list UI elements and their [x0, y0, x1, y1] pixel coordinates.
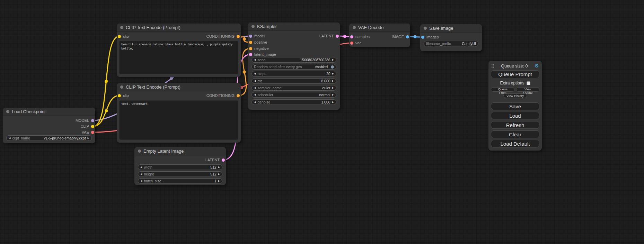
- input-slot-clip[interactable]: clip: [118, 34, 129, 39]
- widget-batch-size[interactable]: ◀ batch_size 1 ▶: [138, 178, 222, 184]
- drag-handle-icon[interactable]: [491, 64, 494, 68]
- increment-arrow-icon[interactable]: ▶: [88, 137, 89, 139]
- decrement-arrow-icon[interactable]: ◀: [254, 59, 256, 61]
- port-conditioning-icon[interactable]: [237, 94, 240, 97]
- decrement-arrow-icon[interactable]: ◀: [9, 137, 10, 139]
- port-model-icon[interactable]: [91, 119, 94, 122]
- collapse-dot-icon[interactable]: [424, 27, 427, 30]
- view-queue-button[interactable]: View Queue: [516, 87, 539, 92]
- port-latent-icon[interactable]: [249, 53, 252, 56]
- widget-width[interactable]: ◀ width 512 ▶: [138, 164, 222, 170]
- decrement-arrow-icon[interactable]: ◀: [254, 87, 256, 89]
- increment-arrow-icon[interactable]: ▶: [332, 80, 334, 82]
- input-slot-latent-image[interactable]: latent_image: [249, 52, 276, 57]
- port-latent-icon[interactable]: [336, 35, 339, 38]
- decrement-arrow-icon[interactable]: ◀: [254, 94, 256, 96]
- widget-cfg[interactable]: ◀ cfg 8.000 ▶: [252, 78, 336, 84]
- input-slot-samples[interactable]: samples: [350, 34, 370, 39]
- save-button[interactable]: Save: [491, 102, 539, 110]
- collapse-dot-icon[interactable]: [120, 26, 123, 29]
- port-latent-icon[interactable]: [350, 35, 353, 38]
- settings-gear-icon[interactable]: ⚙: [535, 63, 539, 69]
- widget-sampler-name[interactable]: ◀ sampler_name euler ▶: [252, 85, 336, 91]
- node-empty-latent-image[interactable]: Empty Latent Image LATENT ◀ width 512 ▶ …: [134, 147, 226, 185]
- load-button[interactable]: Load: [491, 112, 539, 119]
- output-slot-conditioning[interactable]: CONDITIONING: [206, 34, 240, 39]
- increment-arrow-icon[interactable]: ▶: [332, 87, 334, 89]
- collapse-dot-icon[interactable]: [120, 85, 123, 89]
- node-title-bar[interactable]: CLIP Text Encode (Prompt): [117, 83, 241, 91]
- widget-denoise[interactable]: ◀ denoise 1.000 ▶: [252, 99, 336, 105]
- node-title-bar[interactable]: VAE Decode: [349, 24, 410, 32]
- port-clip-icon[interactable]: [118, 94, 121, 97]
- queue-front-button[interactable]: Queue Front: [491, 87, 514, 92]
- collapse-dot-icon[interactable]: [6, 110, 9, 113]
- node-graph-canvas[interactable]: Load Checkpoint MODEL CLIP VAE ◀ ckpt_na…: [0, 0, 644, 244]
- widget-steps[interactable]: ◀ steps 20 ▶: [252, 71, 336, 76]
- widget-ckpt-name[interactable]: ◀ ckpt_name v1-5-pruned-emaonly.ckpt ▶: [6, 135, 92, 141]
- decrement-arrow-icon[interactable]: ◀: [140, 173, 142, 175]
- node-title-bar[interactable]: Empty Latent Image: [134, 147, 226, 155]
- port-clip-icon[interactable]: [118, 35, 121, 38]
- widget-seed[interactable]: ◀ seed 156680208700286 ▶: [252, 57, 336, 63]
- port-conditioning-icon[interactable]: [249, 47, 252, 50]
- increment-arrow-icon[interactable]: ▶: [332, 59, 334, 61]
- node-title-bar[interactable]: KSampler: [248, 22, 340, 31]
- output-slot-image[interactable]: IMAGE: [392, 34, 409, 39]
- output-slot-latent[interactable]: LATENT: [205, 157, 225, 163]
- clear-button[interactable]: Clear: [491, 130, 539, 138]
- input-slot-vae[interactable]: vae: [350, 40, 362, 46]
- decrement-arrow-icon[interactable]: ◀: [254, 101, 256, 103]
- output-slot-model[interactable]: MODEL: [76, 118, 94, 123]
- port-clip-icon[interactable]: [91, 125, 94, 128]
- input-slot-images[interactable]: images: [421, 34, 439, 40]
- widget-random-seed-toggle[interactable]: Random seed after every gen enabled: [252, 64, 336, 70]
- increment-arrow-icon[interactable]: ▶: [218, 173, 220, 175]
- increment-arrow-icon[interactable]: ▶: [218, 166, 220, 169]
- node-ksampler[interactable]: KSampler model positive negative latent_…: [248, 22, 340, 110]
- increment-arrow-icon[interactable]: ▶: [332, 101, 334, 103]
- comfy-menu-panel[interactable]: Queue size: 0 ⚙ Queue Prompt Extra optio…: [488, 61, 542, 151]
- prompt-textarea[interactable]: beautiful scenery nature glass bottle la…: [119, 41, 238, 74]
- node-vae-decode[interactable]: VAE Decode samples vae IMAGE: [349, 24, 410, 47]
- widget-height[interactable]: ◀ height 512 ▶: [138, 171, 222, 177]
- widget-scheduler[interactable]: ◀ scheduler normal ▶: [252, 92, 336, 98]
- decrement-arrow-icon[interactable]: ◀: [254, 80, 256, 82]
- node-title-bar[interactable]: CLIP Text Encode (Prompt): [117, 24, 241, 32]
- port-image-icon[interactable]: [406, 35, 409, 38]
- output-slot-clip[interactable]: CLIP: [81, 124, 94, 129]
- node-load-checkpoint[interactable]: Load Checkpoint MODEL CLIP VAE ◀ ckpt_na…: [3, 108, 95, 143]
- increment-arrow-icon[interactable]: ▶: [218, 180, 220, 182]
- load-default-button[interactable]: Load Default: [491, 140, 539, 147]
- collapse-dot-icon[interactable]: [138, 150, 141, 153]
- output-slot-latent[interactable]: LATENT: [319, 33, 339, 39]
- port-latent-icon[interactable]: [222, 159, 225, 162]
- decrement-arrow-icon[interactable]: ◀: [140, 166, 142, 169]
- node-clip-text-encode-negative[interactable]: CLIP Text Encode (Prompt) clip CONDITION…: [117, 83, 241, 143]
- port-conditioning-icon[interactable]: [249, 41, 252, 44]
- port-model-icon[interactable]: [249, 35, 252, 38]
- view-history-button[interactable]: View History: [503, 93, 527, 98]
- widget-filename-prefix[interactable]: filename_prefix ComfyUI: [424, 41, 478, 46]
- input-slot-clip[interactable]: clip: [118, 93, 129, 98]
- prompt-textarea[interactable]: text, watermark: [119, 100, 238, 140]
- input-slot-model[interactable]: model: [249, 33, 265, 39]
- output-slot-vae[interactable]: VAE: [82, 129, 94, 135]
- node-clip-text-encode-positive[interactable]: CLIP Text Encode (Prompt) clip CONDITION…: [117, 24, 241, 77]
- input-slot-positive[interactable]: positive: [249, 39, 267, 45]
- port-vae-icon[interactable]: [91, 131, 94, 134]
- output-slot-conditioning[interactable]: CONDITIONING: [206, 93, 240, 98]
- port-vae-icon[interactable]: [350, 42, 353, 45]
- refresh-button[interactable]: Refresh: [491, 121, 539, 129]
- increment-arrow-icon[interactable]: ▶: [332, 94, 334, 96]
- queue-prompt-button[interactable]: Queue Prompt: [491, 70, 539, 78]
- port-conditioning-icon[interactable]: [237, 35, 240, 38]
- node-title-bar[interactable]: Load Checkpoint: [3, 108, 95, 116]
- node-title-bar[interactable]: Save Image: [420, 24, 482, 33]
- collapse-dot-icon[interactable]: [252, 25, 255, 28]
- increment-arrow-icon[interactable]: ▶: [332, 73, 334, 75]
- collapse-dot-icon[interactable]: [353, 26, 356, 29]
- extra-options-checkbox[interactable]: [527, 81, 530, 85]
- toggle-on-icon[interactable]: [331, 65, 334, 69]
- node-save-image[interactable]: Save Image images filename_prefix ComfyU…: [420, 24, 482, 51]
